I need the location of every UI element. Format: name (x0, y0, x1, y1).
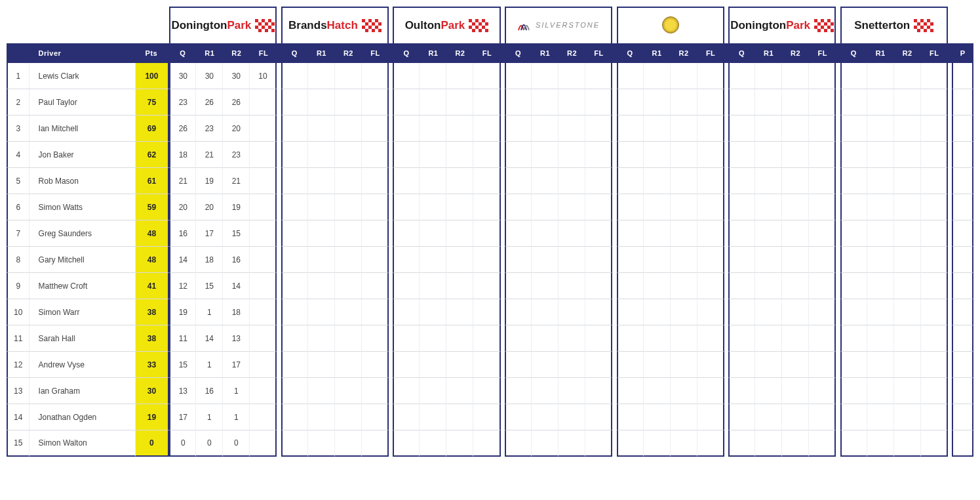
col-r2: R2 (894, 43, 921, 63)
cell-result (473, 89, 500, 115)
cell-result (671, 352, 697, 378)
cell-result (393, 220, 420, 247)
cell-result (335, 273, 362, 299)
cell-result (420, 325, 446, 352)
cell-result (585, 168, 612, 194)
cell-rank: 1 (7, 63, 29, 89)
cell-result (250, 273, 277, 299)
cell-result (671, 220, 697, 247)
cell-pts: 100 (136, 63, 170, 89)
cell-result (755, 247, 782, 273)
cell-result (644, 299, 671, 325)
cell-result (585, 273, 612, 299)
cell-p (952, 378, 973, 404)
cell-driver: Rob Mason (29, 168, 136, 194)
cell-result (335, 89, 362, 115)
cell-result (505, 430, 532, 457)
cell-result (446, 325, 473, 352)
cell-result (281, 142, 308, 168)
cell-result (532, 220, 559, 247)
svg-rect-52 (914, 26, 917, 29)
svg-rect-28 (469, 26, 472, 29)
col-r1: R1 (196, 43, 223, 63)
cell-result (559, 325, 585, 352)
cell-result (617, 378, 644, 404)
cell-result: 21 (169, 168, 196, 194)
cell-driver: Jon Baker (29, 142, 136, 168)
cell-result (644, 404, 671, 430)
checkered-flag-icon (469, 19, 488, 32)
cell-result (921, 89, 948, 115)
cell-result (420, 299, 446, 325)
svg-rect-33 (472, 29, 475, 32)
cell-result (559, 89, 585, 115)
cell-result (420, 115, 446, 142)
cell-rank: 3 (7, 115, 29, 142)
checkered-flag-icon (914, 19, 933, 32)
svg-rect-32 (482, 26, 485, 29)
svg-rect-34 (479, 29, 482, 32)
cell-result (362, 247, 389, 273)
cell-result (755, 352, 782, 378)
cell-result (532, 63, 559, 89)
cell-result: 15 (223, 220, 250, 247)
cell-result (617, 404, 644, 430)
cell-result (644, 352, 671, 378)
cell-result (644, 89, 671, 115)
cell-result (867, 220, 894, 247)
cell-rank: 15 (7, 430, 29, 457)
svg-rect-21 (365, 29, 368, 32)
cell-result (840, 247, 867, 273)
svg-rect-27 (479, 22, 482, 26)
svg-rect-7 (271, 22, 275, 26)
cell-result (671, 430, 697, 457)
cell-result (671, 63, 697, 89)
table-row: 14Jonathan Ogden191711 (7, 404, 973, 430)
cell-result (308, 273, 335, 299)
svg-rect-0 (255, 19, 258, 22)
cell-result (671, 89, 697, 115)
cell-result (335, 404, 362, 430)
cell-result (728, 378, 755, 404)
cell-result (473, 352, 500, 378)
cell-result (809, 142, 836, 168)
cell-p (952, 89, 973, 115)
cell-result (420, 168, 446, 194)
cell-result (867, 247, 894, 273)
cell-result (617, 168, 644, 194)
cell-result (585, 430, 612, 457)
cell-result (393, 194, 420, 220)
cell-result (393, 142, 420, 168)
svg-rect-58 (924, 29, 927, 32)
cell-result: 15 (169, 352, 196, 378)
track-header-snetterton: Snetterton (840, 7, 948, 43)
cell-result (393, 378, 420, 404)
svg-rect-9 (258, 29, 262, 32)
cell-result (728, 299, 755, 325)
cell-result: 1 (196, 404, 223, 430)
cell-result (755, 430, 782, 457)
cell-result: 26 (169, 115, 196, 142)
cell-result (782, 63, 809, 89)
svg-rect-6 (268, 19, 271, 22)
cell-result (362, 299, 389, 325)
cell-result (921, 115, 948, 142)
cell-result: 18 (169, 142, 196, 168)
cell-result (585, 247, 612, 273)
cell-result (473, 299, 500, 325)
cell-result (867, 430, 894, 457)
cell-result (585, 194, 612, 220)
cell-result (585, 220, 612, 247)
table-row: 7Greg Saunders48161715 (7, 220, 973, 247)
cell-result (617, 430, 644, 457)
cell-result (308, 247, 335, 273)
svg-rect-42 (827, 19, 831, 22)
cell-result (617, 247, 644, 273)
cell-result (308, 352, 335, 378)
cell-result (473, 194, 500, 220)
cell-result (809, 168, 836, 194)
cell-result (755, 378, 782, 404)
cell-result (728, 430, 755, 457)
cell-result (782, 404, 809, 430)
cell-result (585, 404, 612, 430)
